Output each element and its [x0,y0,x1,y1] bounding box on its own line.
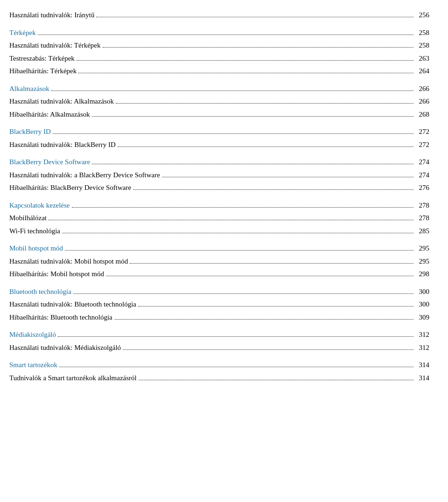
toc-entry[interactable]: Médiakiszolgáló312 [9,329,429,341]
toc-spacer [9,324,429,329]
toc-dots [139,380,413,380]
toc-page-number: 272 [415,139,429,151]
toc-dots [51,91,413,91]
toc-entry-text: Használati tudnivalók: Médiakiszolgáló [9,342,121,354]
toc-page-number: 256 [415,9,429,21]
toc-page-number: 312 [415,329,429,341]
toc-section-header: BlackBerry Device Software [9,156,90,168]
toc-entry[interactable]: Használati tudnivalók: a BlackBerry Devi… [9,169,429,181]
toc-dots [114,319,413,320]
toc-dots [96,17,413,17]
toc-page-number: 278 [415,200,429,212]
toc-entry[interactable]: Térképek258 [9,27,429,39]
toc-entry[interactable]: Használati tudnivalók: Alkalmazások266 [9,96,429,108]
toc-entry[interactable]: Használati tudnivalók: Iránytű256 [9,9,429,21]
toc-page-number: 266 [415,83,429,95]
toc-spacer [9,238,429,243]
toc-page-number: 295 [415,256,429,268]
toc-page-number: 300 [415,286,429,298]
toc-dots [77,60,413,61]
toc-page-number: 285 [415,225,429,237]
toc-entry-text: Mobilhálózat [9,212,47,224]
toc-entry[interactable]: Használati tudnivalók: Mobil hotspot mód… [9,256,429,268]
toc-entry[interactable]: Hibaelhárítás: Alkalmazások268 [9,109,429,121]
toc-entry-text: Használati tudnivalók: Mobil hotspot mód [9,256,128,268]
toc-section-header: Alkalmazások [9,83,49,95]
toc-section-header: Smart tartozékok [9,359,57,371]
toc-dots [118,146,413,147]
toc-page-number: 278 [415,212,429,224]
toc-dots [49,220,413,220]
toc-dots [162,177,413,177]
toc-entry[interactable]: Mobilhálózat278 [9,212,429,224]
toc-entry[interactable]: Kapcsolatok kezelése278 [9,200,429,212]
toc-dots [65,250,413,251]
toc-section-header: Térképek [9,27,36,39]
toc-page-number: 309 [415,312,429,324]
toc-page-number: 274 [415,169,429,181]
toc-entry-text: Használati tudnivalók: Alkalmazások [9,96,114,108]
toc-dots [92,164,413,164]
toc-page-number: 268 [415,109,429,121]
toc-section-header: Médiakiszolgáló [9,329,56,341]
toc-entry-text: Használati tudnivalók: Térképek [9,40,101,52]
toc-dots [53,133,413,134]
toc-spacer [9,121,429,126]
toc-entry[interactable]: Wi-Fi technológia285 [9,225,429,237]
toc-entry[interactable]: Használati tudnivalók: BlackBerry ID272 [9,139,429,151]
toc-entry-text: Használati tudnivalók: Bluetooth technol… [9,299,136,311]
toc-page-number: 272 [415,126,429,138]
toc-entry[interactable]: Tudnivalók a Smart tartozékok alkalmazás… [9,372,429,384]
toc-entry-text: Testreszabás: Térképek [9,53,75,65]
toc-dots [138,306,413,307]
toc-spacer [9,22,429,27]
toc-entry[interactable]: Használati tudnivalók: Térképek258 [9,40,429,52]
toc-entry-text: Használati tudnivalók: a BlackBerry Devi… [9,169,160,181]
toc-dots [38,35,413,35]
toc-entry-text: Wi-Fi technológia [9,225,60,237]
toc-entry[interactable]: Hibaelhárítás: Mobil hotspot mód298 [9,268,429,280]
toc-entry[interactable]: Használati tudnivalók: Bluetooth technol… [9,299,429,311]
toc-entry[interactable]: Bluetooth technológia300 [9,286,429,298]
toc-dots [133,189,413,190]
toc-dots [116,103,413,104]
toc-dots [78,73,413,73]
toc-entry[interactable]: Smart tartozékok314 [9,359,429,371]
toc-page-number: 314 [415,359,429,371]
toc-entry[interactable]: Hibaelhárítás: Bluetooth technológia309 [9,312,429,324]
toc-page-number: 274 [415,156,429,168]
toc-dots [92,116,413,117]
toc-page-number: 312 [415,342,429,354]
toc-section-header: Mobil hotspot mód [9,243,63,255]
toc-spacer [9,195,429,200]
toc-dots [72,207,413,208]
toc-entry-text: Használati tudnivalók: BlackBerry ID [9,139,116,151]
toc-page-number: 258 [415,27,429,39]
toc-page-number: 263 [415,53,429,65]
toc-entry[interactable]: BlackBerry Device Software274 [9,156,429,168]
toc-entry-text: Hibaelhárítás: Mobil hotspot mód [9,268,104,280]
toc-page-number: 295 [415,243,429,255]
toc-entry-text: Hibaelhárítás: BlackBerry Device Softwar… [9,182,131,194]
toc-entry[interactable]: BlackBerry ID272 [9,126,429,138]
toc-page-number: 258 [415,40,429,52]
toc-section-header: Kapcsolatok kezelése [9,200,70,212]
toc-section-header: Bluetooth technológia [9,286,71,298]
toc-entry[interactable]: Hibaelhárítás: Térképek264 [9,65,429,77]
toc-entry[interactable]: Testreszabás: Térképek263 [9,53,429,65]
toc-spacer [9,281,429,286]
toc-dots [130,263,413,264]
toc-entry-text: Hibaelhárítás: Térképek [9,65,77,77]
toc-container: Használati tudnivalók: Iránytű256Térképe… [9,9,429,384]
toc-spacer [9,355,429,359]
toc-entry[interactable]: Hibaelhárítás: BlackBerry Device Softwar… [9,182,429,194]
toc-page-number: 264 [415,65,429,77]
toc-dots [58,336,413,337]
toc-entry[interactable]: Mobil hotspot mód295 [9,243,429,255]
toc-entry[interactable]: Használati tudnivalók: Médiakiszolgáló31… [9,342,429,354]
toc-dots [103,47,414,48]
toc-entry[interactable]: Alkalmazások266 [9,83,429,95]
toc-page-number: 314 [415,372,429,384]
toc-page-number: 266 [415,96,429,108]
toc-entry-text: Tudnivalók a Smart tartozékok alkalmazás… [9,372,137,384]
